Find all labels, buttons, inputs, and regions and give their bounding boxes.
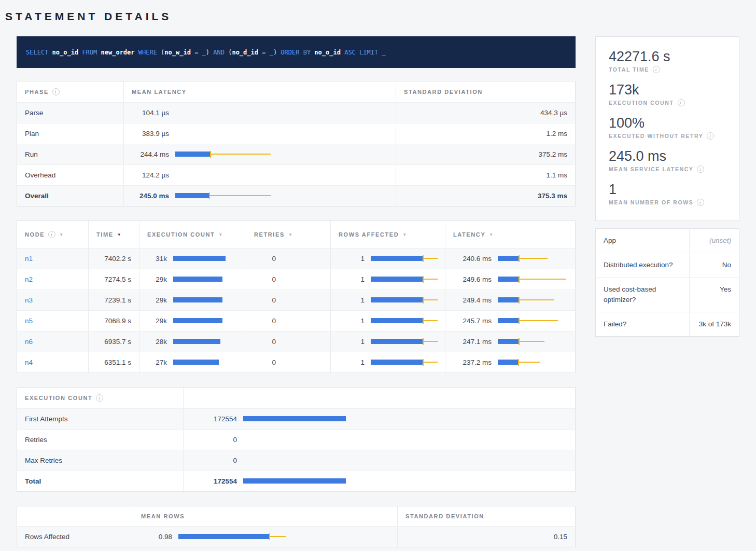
- retries-column-header[interactable]: RETRIES▼: [246, 221, 330, 248]
- node-time: 6351.1 s: [88, 352, 139, 373]
- total-time-label: TOTAL TIME: [609, 66, 649, 73]
- node-retries: 0: [254, 296, 276, 304]
- sql-token: (: [225, 49, 232, 56]
- node-link[interactable]: n4: [25, 359, 33, 366]
- node-latency: 249.4 ms: [453, 296, 492, 304]
- row-label: Max Retries: [17, 450, 183, 471]
- node-row: n1 7402.2 s 31k 0 1 240.6 ms: [17, 248, 575, 269]
- info-icon[interactable]: i: [653, 66, 660, 73]
- mean-bar: [175, 151, 211, 157]
- failed-label: Failed?: [596, 312, 689, 336]
- mean-tick: [519, 276, 520, 283]
- phase-table-header: PHASEi MEAN LATENCY STANDARD DEVIATION: [17, 81, 575, 102]
- mean-service-latency-label: MEAN SERVICE LATENCY: [609, 166, 693, 172]
- time-column-header[interactable]: TIME▼: [88, 221, 139, 248]
- mean-service-latency-value: 245.0 ms: [609, 148, 726, 164]
- node-rows-affected: 1: [339, 276, 365, 283]
- main-column: SELECT no_o_id FROM new_order WHERE (no_…: [17, 36, 576, 551]
- node-execution-count: 29k: [147, 317, 167, 325]
- execution-count-table-header: EXECUTION COUNTi: [17, 388, 575, 408]
- mean-bar: [173, 318, 222, 323]
- node-execution-count: 29k: [147, 276, 167, 283]
- node-link[interactable]: n6: [25, 338, 33, 346]
- phase-name: Plan: [17, 123, 123, 144]
- node-latency: 249.6 ms: [453, 276, 492, 283]
- sql-token: no_d_id: [232, 49, 258, 56]
- info-icon[interactable]: i: [697, 166, 704, 173]
- mean-tick: [210, 151, 211, 158]
- mean-bar: [498, 360, 519, 365]
- phase-column-header: PHASEi: [17, 81, 123, 102]
- node-execution-count: 29k: [147, 296, 167, 304]
- time-header-label: TIME: [96, 231, 114, 238]
- node-link[interactable]: n1: [25, 255, 33, 263]
- app-row: App (unset): [596, 229, 739, 253]
- phase-row: Overhead 124.2 µs 1.1 ms: [17, 164, 575, 185]
- rows-affected-bar: [371, 255, 443, 262]
- node-latency: 240.6 ms: [453, 255, 492, 263]
- phase-name: Parse: [17, 103, 123, 123]
- count-bar: [243, 416, 399, 422]
- page-title: STATEMENT DETAILS: [5, 10, 740, 23]
- execution-count-bar: [173, 276, 241, 283]
- empty-header: [183, 388, 575, 408]
- info-icon[interactable]: i: [678, 99, 685, 106]
- latency-bar: [498, 276, 574, 283]
- executed-without-retry-label: EXECUTED WITHOUT RETRY: [609, 133, 703, 139]
- execution-count-bar: [173, 359, 241, 366]
- distributed-execution-value: No: [689, 253, 739, 277]
- mean-tick: [209, 192, 210, 199]
- mean-bar: [498, 339, 519, 344]
- statement-properties-card: App (unset) Distributed execution? No Us…: [595, 228, 739, 337]
- node-column-header[interactable]: NODEi▼: [17, 221, 88, 248]
- rows-affected-bar: [371, 359, 443, 366]
- sql-token: WHERE: [135, 49, 157, 56]
- latency-bar: [498, 297, 574, 304]
- info-icon[interactable]: i: [52, 88, 60, 95]
- std-dev-value: 434.3 µs: [396, 103, 575, 123]
- latency-column-header[interactable]: LATENCY▼: [445, 221, 575, 248]
- mean-tick: [269, 533, 270, 540]
- node-link[interactable]: n3: [25, 296, 33, 304]
- sql-token: LIMIT: [356, 49, 378, 56]
- mean-bar: [371, 318, 423, 323]
- rows-affected-bar: [371, 276, 443, 283]
- execution-count-row: Max Retries 0: [17, 450, 575, 471]
- execution-count-column-header[interactable]: EXECUTION COUNT▼: [139, 221, 246, 248]
- info-icon[interactable]: i: [697, 199, 704, 206]
- execution-count-bar: [173, 255, 241, 262]
- node-execution-count: 28k: [147, 338, 167, 346]
- execution-count-header-label: EXECUTION COUNT: [147, 231, 215, 238]
- mean-bar: [498, 318, 519, 323]
- node-link[interactable]: n2: [25, 276, 33, 283]
- node-retries: 0: [254, 255, 276, 263]
- mean-bar: [178, 534, 270, 539]
- mean-number-of-rows-value: 1: [609, 181, 726, 198]
- sql-statement: SELECT no_o_id FROM new_order WHERE (no_…: [26, 49, 386, 56]
- info-icon[interactable]: i: [96, 394, 103, 402]
- count-bar: [243, 457, 399, 464]
- mean-number-of-rows-label: MEAN NUMBER OF ROWS: [609, 199, 693, 205]
- node-rows-affected: 1: [339, 359, 365, 366]
- node-link[interactable]: n5: [25, 317, 33, 325]
- mean-bar: [371, 297, 423, 302]
- execution-count-header-label: EXECUTION COUNT: [25, 395, 92, 401]
- sql-token: no_o_id: [48, 49, 78, 56]
- execution-count-stat: 173k EXECUTION COUNTi: [609, 81, 726, 106]
- rows-affected-column-header[interactable]: ROWS AFFECTED▼: [330, 221, 445, 248]
- app-value: (unset): [689, 229, 739, 253]
- row-value: 172554: [191, 415, 237, 423]
- mean-tick: [519, 318, 520, 324]
- sql-token: (: [157, 49, 164, 56]
- info-icon[interactable]: i: [707, 132, 714, 140]
- sort-desc-icon: ▼: [117, 232, 122, 237]
- total-time-stat: 42271.6 s TOTAL TIMEi: [609, 48, 726, 73]
- rows-affected-table-header: MEAN ROWS STANDARD DEVIATION: [17, 506, 575, 526]
- node-time: 7274.5 s: [88, 269, 139, 290]
- phase-name: Overall: [17, 186, 123, 206]
- phase-name: Overhead: [17, 165, 123, 185]
- latency-bar: [498, 338, 574, 345]
- mean-number-of-rows-stat: 1 MEAN NUMBER OF ROWSi: [609, 181, 726, 206]
- node-latency: 247.1 ms: [453, 338, 492, 346]
- info-icon[interactable]: i: [48, 231, 55, 238]
